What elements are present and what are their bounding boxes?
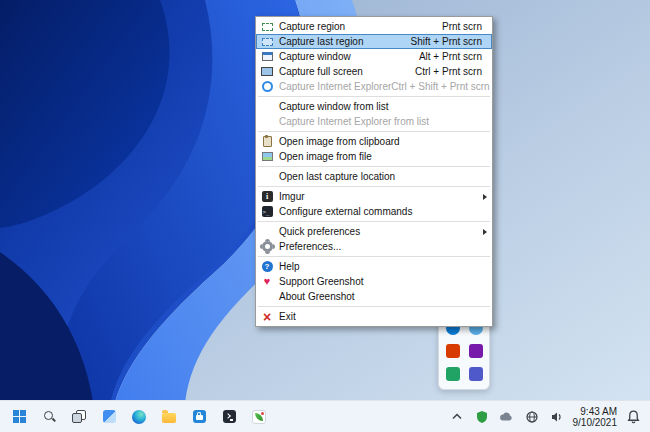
menu-separator (258, 131, 490, 132)
window-capture-icon (259, 50, 275, 63)
greenshot-context-menu: Capture region Prnt scrn Capture last re… (255, 16, 493, 327)
menu-separator (258, 186, 490, 187)
clock-date: 9/10/2021 (573, 417, 618, 428)
empty-icon-slot (259, 170, 275, 183)
submenu-arrow-icon (483, 229, 487, 235)
task-view-button[interactable] (66, 404, 92, 430)
menu-item-capture-window-from-list[interactable]: Capture window from list (256, 99, 492, 114)
onedrive-cloud-icon (499, 410, 514, 424)
fullscreen-capture-icon (259, 65, 275, 78)
network-tray-button[interactable] (523, 404, 541, 430)
menu-item-label: Preferences... (279, 241, 341, 252)
edge-browser-icon (132, 410, 146, 424)
submenu-arrow-icon (483, 194, 487, 200)
menu-item-capture-last-region[interactable]: Capture last region Shift + Prnt scrn (256, 34, 492, 49)
menu-item-label: Exit (279, 311, 296, 322)
region-capture-icon (259, 20, 275, 33)
menu-item-capture-ie-from-list: Capture Internet Explorer from list (256, 114, 492, 129)
empty-icon-slot (259, 115, 275, 128)
search-button[interactable] (36, 404, 62, 430)
gear-icon (259, 240, 275, 253)
notifications-bell-icon (626, 409, 641, 424)
last-region-capture-icon (259, 35, 275, 48)
desktop: Capture region Prnt scrn Capture last re… (0, 0, 650, 432)
menu-item-shortcut: Ctrl + Prnt scrn (415, 66, 492, 77)
tray-overflow-app-green-square-icon[interactable] (446, 367, 460, 381)
menu-separator (258, 221, 490, 222)
chevron-up-icon (450, 410, 464, 424)
external-commands-icon (259, 205, 275, 218)
menu-item-label: Open image from file (279, 151, 372, 162)
edge-button[interactable] (126, 404, 152, 430)
menu-item-preferences[interactable]: Preferences... (256, 239, 492, 254)
clock-time: 9:43 AM (573, 406, 618, 417)
store-button[interactable] (186, 404, 212, 430)
empty-icon-slot (259, 100, 275, 113)
taskbar-app-icons (6, 404, 272, 430)
network-globe-icon (525, 410, 539, 424)
menu-item-configure-external-commands[interactable]: Configure external commands (256, 204, 492, 219)
menu-item-shortcut: Alt + Prnt scrn (419, 51, 492, 62)
terminal-icon (223, 410, 236, 423)
imgur-icon (259, 190, 275, 203)
onedrive-tray-button[interactable] (498, 404, 516, 430)
clipboard-icon (259, 135, 275, 148)
menu-item-help[interactable]: Help (256, 259, 492, 274)
heart-icon (259, 275, 275, 288)
menu-item-exit[interactable]: Exit (256, 309, 492, 324)
menu-item-capture-full-screen[interactable]: Capture full screen Ctrl + Prnt scrn (256, 64, 492, 79)
menu-item-open-image-from-file[interactable]: Open image from file (256, 149, 492, 164)
menu-item-capture-window[interactable]: Capture window Alt + Prnt scrn (256, 49, 492, 64)
start-button[interactable] (6, 404, 32, 430)
menu-item-quick-preferences[interactable]: Quick preferences (256, 224, 492, 239)
menu-item-label: About Greenshot (279, 291, 355, 302)
terminal-button[interactable] (216, 404, 242, 430)
menu-item-shortcut: Prnt scrn (442, 21, 492, 32)
menu-item-label: Capture Internet Explorer (279, 81, 391, 92)
tray-overflow-app-orange-square-icon[interactable] (446, 344, 460, 358)
menu-item-capture-internet-explorer: Capture Internet Explorer Ctrl + Shift +… (256, 79, 492, 94)
menu-item-shortcut: Ctrl + Shift + Prnt scrn (391, 81, 492, 92)
tray-overflow-app-purple-square-icon[interactable] (469, 344, 483, 358)
menu-item-shortcut: Shift + Prnt scrn (411, 36, 492, 47)
menu-item-open-image-from-clipboard[interactable]: Open image from clipboard (256, 134, 492, 149)
search-icon (43, 410, 56, 423)
menu-item-label: Capture last region (279, 36, 364, 47)
menu-item-label: Capture region (279, 21, 345, 32)
widgets-button[interactable] (96, 404, 122, 430)
security-shield-icon (475, 410, 489, 424)
menu-item-label: Open last capture location (279, 171, 395, 182)
menu-item-label: Capture full screen (279, 66, 363, 77)
menu-item-open-last-capture-location[interactable]: Open last capture location (256, 169, 492, 184)
task-view-icon (72, 410, 86, 423)
windows-logo-icon (13, 410, 26, 423)
greenshot-icon (252, 410, 266, 424)
widgets-icon (103, 410, 116, 423)
volume-speaker-icon (550, 410, 564, 424)
menu-item-label: Capture window from list (279, 101, 388, 112)
taskbar-clock[interactable]: 9:43 AM 9/10/2021 (573, 406, 618, 428)
empty-icon-slot (259, 225, 275, 238)
greenshot-taskbar-button[interactable] (246, 404, 272, 430)
menu-item-support-greenshot[interactable]: Support Greenshot (256, 274, 492, 289)
tray-overflow-app-indigo-square-icon[interactable] (469, 367, 483, 381)
store-bag-icon (193, 410, 206, 423)
menu-item-capture-region[interactable]: Capture region Prnt scrn (256, 19, 492, 34)
menu-item-imgur[interactable]: Imgur (256, 189, 492, 204)
security-tray-button[interactable] (473, 404, 491, 430)
exit-icon (259, 310, 275, 323)
file-explorer-button[interactable] (156, 404, 182, 430)
system-tray: 9:43 AM 9/10/2021 (448, 404, 650, 430)
menu-item-label: Configure external commands (279, 206, 412, 217)
tray-chevron-button[interactable] (448, 404, 466, 430)
menu-item-label: Capture window (279, 51, 351, 62)
help-icon (259, 260, 275, 273)
folder-icon (162, 413, 176, 423)
notification-center-button[interactable] (624, 404, 642, 430)
menu-item-label: Imgur (279, 191, 305, 202)
empty-icon-slot (259, 290, 275, 303)
volume-tray-button[interactable] (548, 404, 566, 430)
menu-item-label: Open image from clipboard (279, 136, 400, 147)
menu-item-about-greenshot[interactable]: About Greenshot (256, 289, 492, 304)
menu-separator (258, 166, 490, 167)
